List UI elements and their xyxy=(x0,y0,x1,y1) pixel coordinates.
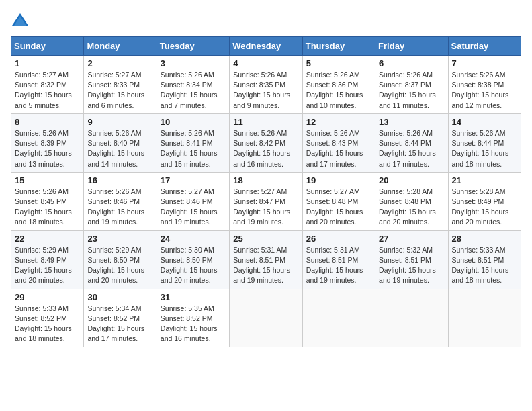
calendar-cell xyxy=(230,289,302,347)
calendar: SundayMondayTuesdayWednesdayThursdayFrid… xyxy=(11,36,521,347)
logo-icon xyxy=(11,11,30,30)
day-detail: Sunrise: 5:26 AMSunset: 8:36 PMDaylight:… xyxy=(306,70,371,111)
day-detail: Sunrise: 5:29 AMSunset: 8:50 PMDaylight:… xyxy=(87,245,152,286)
day-detail: Sunrise: 5:33 AMSunset: 8:52 PMDaylight:… xyxy=(15,304,80,345)
calendar-cell: 9 Sunrise: 5:26 AMSunset: 8:40 PMDayligh… xyxy=(84,113,157,172)
day-number: 6 xyxy=(379,58,444,68)
day-detail: Sunrise: 5:26 AMSunset: 8:44 PMDaylight:… xyxy=(379,128,444,169)
day-number: 27 xyxy=(379,234,444,244)
day-detail: Sunrise: 5:26 AMSunset: 8:39 PMDaylight:… xyxy=(15,128,80,169)
day-number: 28 xyxy=(452,234,517,244)
day-detail: Sunrise: 5:32 AMSunset: 8:51 PMDaylight:… xyxy=(379,245,444,286)
day-number: 15 xyxy=(15,175,80,185)
calendar-cell: 28 Sunrise: 5:33 AMSunset: 8:51 PMDaylig… xyxy=(448,230,521,289)
day-number: 9 xyxy=(87,117,152,127)
day-detail: Sunrise: 5:31 AMSunset: 8:51 PMDaylight:… xyxy=(233,245,298,286)
calendar-cell: 23 Sunrise: 5:29 AMSunset: 8:50 PMDaylig… xyxy=(84,230,157,289)
day-detail: Sunrise: 5:26 AMSunset: 8:38 PMDaylight:… xyxy=(452,70,517,111)
calendar-cell: 11 Sunrise: 5:26 AMSunset: 8:42 PMDaylig… xyxy=(230,113,302,172)
day-detail: Sunrise: 5:30 AMSunset: 8:50 PMDaylight:… xyxy=(161,245,226,286)
calendar-cell: 27 Sunrise: 5:32 AMSunset: 8:51 PMDaylig… xyxy=(375,230,448,289)
day-detail: Sunrise: 5:26 AMSunset: 8:44 PMDaylight:… xyxy=(452,128,517,169)
day-number: 22 xyxy=(15,234,80,244)
day-detail: Sunrise: 5:33 AMSunset: 8:51 PMDaylight:… xyxy=(452,245,517,286)
calendar-cell: 19 Sunrise: 5:27 AMSunset: 8:48 PMDaylig… xyxy=(302,172,375,230)
day-number: 7 xyxy=(452,58,517,68)
day-number: 25 xyxy=(233,234,298,244)
day-detail: Sunrise: 5:27 AMSunset: 8:48 PMDaylight:… xyxy=(306,187,371,228)
calendar-cell: 25 Sunrise: 5:31 AMSunset: 8:51 PMDaylig… xyxy=(230,230,302,289)
calendar-cell: 31 Sunrise: 5:35 AMSunset: 8:52 PMDaylig… xyxy=(157,289,229,347)
day-number: 21 xyxy=(452,175,517,185)
calendar-cell: 5 Sunrise: 5:26 AMSunset: 8:36 PMDayligh… xyxy=(302,56,375,114)
day-number: 3 xyxy=(161,58,226,68)
day-detail: Sunrise: 5:28 AMSunset: 8:48 PMDaylight:… xyxy=(379,187,444,228)
day-number: 13 xyxy=(379,117,444,127)
calendar-cell: 16 Sunrise: 5:26 AMSunset: 8:46 PMDaylig… xyxy=(84,172,157,230)
day-detail: Sunrise: 5:26 AMSunset: 8:46 PMDaylight:… xyxy=(87,187,152,228)
calendar-cell: 13 Sunrise: 5:26 AMSunset: 8:44 PMDaylig… xyxy=(375,113,448,172)
calendar-week-row: 8 Sunrise: 5:26 AMSunset: 8:39 PMDayligh… xyxy=(11,113,521,172)
day-detail: Sunrise: 5:26 AMSunset: 8:40 PMDaylight:… xyxy=(87,128,152,169)
calendar-header-saturday: Saturday xyxy=(448,37,521,56)
day-detail: Sunrise: 5:27 AMSunset: 8:47 PMDaylight:… xyxy=(233,187,298,228)
calendar-cell: 10 Sunrise: 5:26 AMSunset: 8:41 PMDaylig… xyxy=(157,113,229,172)
day-number: 14 xyxy=(452,117,517,127)
calendar-header-row: SundayMondayTuesdayWednesdayThursdayFrid… xyxy=(11,37,521,56)
calendar-cell: 17 Sunrise: 5:27 AMSunset: 8:46 PMDaylig… xyxy=(157,172,229,230)
day-number: 5 xyxy=(306,58,371,68)
day-detail: Sunrise: 5:26 AMSunset: 8:35 PMDaylight:… xyxy=(233,70,298,111)
day-detail: Sunrise: 5:34 AMSunset: 8:52 PMDaylight:… xyxy=(87,304,152,345)
day-detail: Sunrise: 5:31 AMSunset: 8:51 PMDaylight:… xyxy=(306,245,371,286)
day-number: 31 xyxy=(161,292,226,302)
day-number: 12 xyxy=(306,117,371,127)
day-number: 20 xyxy=(379,175,444,185)
calendar-cell xyxy=(375,289,448,347)
calendar-cell: 8 Sunrise: 5:26 AMSunset: 8:39 PMDayligh… xyxy=(11,113,84,172)
calendar-cell: 26 Sunrise: 5:31 AMSunset: 8:51 PMDaylig… xyxy=(302,230,375,289)
calendar-week-row: 22 Sunrise: 5:29 AMSunset: 8:49 PMDaylig… xyxy=(11,230,521,289)
day-detail: Sunrise: 5:28 AMSunset: 8:49 PMDaylight:… xyxy=(452,187,517,228)
day-detail: Sunrise: 5:26 AMSunset: 8:34 PMDaylight:… xyxy=(161,70,226,111)
header xyxy=(11,11,521,30)
day-number: 23 xyxy=(87,234,152,244)
calendar-week-row: 29 Sunrise: 5:33 AMSunset: 8:52 PMDaylig… xyxy=(11,289,521,347)
calendar-cell xyxy=(302,289,375,347)
day-detail: Sunrise: 5:26 AMSunset: 8:43 PMDaylight:… xyxy=(306,128,371,169)
calendar-cell: 12 Sunrise: 5:26 AMSunset: 8:43 PMDaylig… xyxy=(302,113,375,172)
day-number: 10 xyxy=(161,117,226,127)
calendar-cell: 2 Sunrise: 5:27 AMSunset: 8:33 PMDayligh… xyxy=(84,56,157,114)
calendar-header-wednesday: Wednesday xyxy=(230,37,302,56)
calendar-cell: 20 Sunrise: 5:28 AMSunset: 8:48 PMDaylig… xyxy=(375,172,448,230)
day-number: 26 xyxy=(306,234,371,244)
calendar-cell: 1 Sunrise: 5:27 AMSunset: 8:32 PMDayligh… xyxy=(11,56,84,114)
day-number: 17 xyxy=(161,175,226,185)
calendar-cell: 4 Sunrise: 5:26 AMSunset: 8:35 PMDayligh… xyxy=(230,56,302,114)
day-number: 8 xyxy=(15,117,80,127)
day-number: 4 xyxy=(233,58,298,68)
calendar-cell: 22 Sunrise: 5:29 AMSunset: 8:49 PMDaylig… xyxy=(11,230,84,289)
day-detail: Sunrise: 5:35 AMSunset: 8:52 PMDaylight:… xyxy=(161,304,226,345)
calendar-header-sunday: Sunday xyxy=(11,37,84,56)
day-number: 11 xyxy=(233,117,298,127)
day-number: 16 xyxy=(87,175,152,185)
calendar-week-row: 1 Sunrise: 5:27 AMSunset: 8:32 PMDayligh… xyxy=(11,56,521,114)
calendar-cell: 29 Sunrise: 5:33 AMSunset: 8:52 PMDaylig… xyxy=(11,289,84,347)
day-detail: Sunrise: 5:26 AMSunset: 8:45 PMDaylight:… xyxy=(15,187,80,228)
calendar-cell: 7 Sunrise: 5:26 AMSunset: 8:38 PMDayligh… xyxy=(448,56,521,114)
day-detail: Sunrise: 5:26 AMSunset: 8:37 PMDaylight:… xyxy=(379,70,444,111)
calendar-cell: 24 Sunrise: 5:30 AMSunset: 8:50 PMDaylig… xyxy=(157,230,229,289)
calendar-cell: 3 Sunrise: 5:26 AMSunset: 8:34 PMDayligh… xyxy=(157,56,229,114)
calendar-cell: 15 Sunrise: 5:26 AMSunset: 8:45 PMDaylig… xyxy=(11,172,84,230)
day-detail: Sunrise: 5:26 AMSunset: 8:42 PMDaylight:… xyxy=(233,128,298,169)
day-number: 18 xyxy=(233,175,298,185)
logo xyxy=(11,11,31,30)
calendar-header-tuesday: Tuesday xyxy=(157,37,229,56)
day-number: 30 xyxy=(87,292,152,302)
day-detail: Sunrise: 5:26 AMSunset: 8:41 PMDaylight:… xyxy=(161,128,226,169)
calendar-header-thursday: Thursday xyxy=(302,37,375,56)
day-detail: Sunrise: 5:27 AMSunset: 8:46 PMDaylight:… xyxy=(161,187,226,228)
day-number: 29 xyxy=(15,292,80,302)
day-number: 2 xyxy=(87,58,152,68)
day-detail: Sunrise: 5:27 AMSunset: 8:32 PMDaylight:… xyxy=(15,70,80,111)
